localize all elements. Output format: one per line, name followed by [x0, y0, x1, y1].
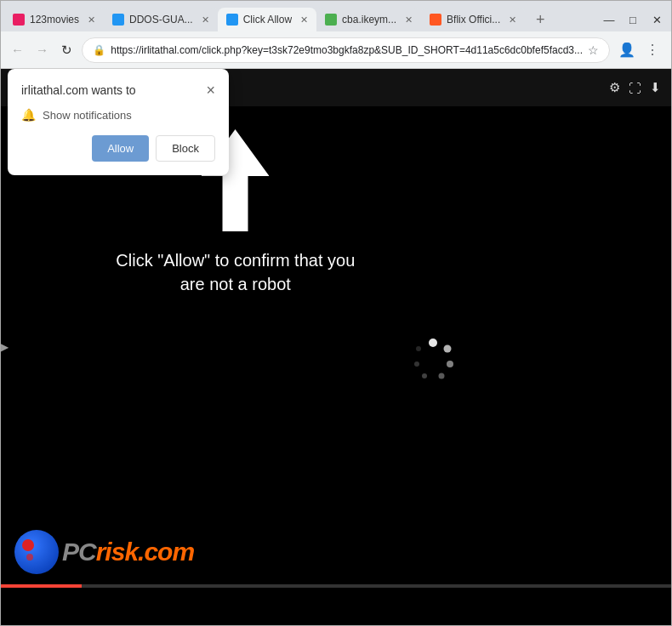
tab-cba[interactable]: cba.ikeym... ✕	[316, 8, 421, 31]
svg-point-7	[416, 346, 421, 351]
tab-ddos[interactable]: DDOS-GUA... ✕	[104, 8, 218, 31]
address-bar: ← → ↻ 🔒 https://irlitathal.com/click.php…	[1, 31, 671, 69]
svg-point-2	[443, 344, 451, 352]
tab-favicon-1	[13, 14, 25, 26]
tab-bflix[interactable]: Bflix Offici... ✕	[421, 8, 525, 31]
tab-bar: 123movies ✕ DDOS-GUA... ✕ Click Allow ✕ …	[1, 1, 671, 31]
allow-button[interactable]: Allow	[92, 135, 149, 162]
popup-header: irlitathal.com wants to ×	[21, 83, 215, 98]
maximize-button[interactable]: □	[622, 11, 644, 28]
tab-favicon-3	[226, 14, 238, 26]
download-icon[interactable]: ⬇	[650, 80, 661, 95]
watermark-logo	[14, 530, 59, 574]
forward-button[interactable]: →	[32, 38, 52, 62]
reload-button[interactable]: ↻	[57, 38, 77, 62]
watermark-risk: risk.com	[96, 538, 194, 566]
settings-icon[interactable]: ⚙	[609, 80, 620, 95]
lock-icon: 🔒	[93, 44, 105, 56]
watermark-pc: PC	[62, 538, 96, 566]
tab-label-4: cba.ikeym...	[342, 14, 396, 26]
tab-label-3: Click Allow	[243, 14, 292, 26]
tab-label-5: Bflix Offici...	[447, 14, 500, 26]
controls-right: ⚙ ⛶ ⬇	[609, 80, 661, 95]
tab-123movies[interactable]: 123movies ✕	[4, 8, 104, 31]
watermark-text-group: PC risk.com	[62, 538, 194, 566]
left-edge-arrow: ▶	[1, 341, 9, 353]
fullscreen-icon[interactable]: ⛶	[629, 81, 641, 95]
popup-title: irlitathal.com wants to	[21, 83, 136, 97]
tab-favicon-4	[325, 14, 337, 26]
popup-notification-label: Show notifications	[43, 109, 132, 122]
popup-notification-row: 🔔 Show notifications	[21, 108, 215, 122]
browser-window: 123movies ✕ DDOS-GUA... ✕ Click Allow ✕ …	[0, 0, 672, 626]
tab-click-allow[interactable]: Click Allow ✕	[218, 8, 316, 31]
tab-label-1: 123movies	[30, 14, 79, 26]
spinner	[410, 336, 457, 386]
tab-label-2: DDOS-GUA...	[129, 14, 193, 26]
popup-buttons: Allow Block	[21, 135, 215, 162]
tab-close-5[interactable]: ✕	[509, 14, 516, 26]
tab-close-3[interactable]: ✕	[300, 14, 308, 26]
video-progress-bar[interactable]	[1, 584, 671, 588]
bookmark-icon[interactable]: ☆	[588, 43, 599, 57]
menu-icon[interactable]: ⋮	[641, 38, 664, 62]
minimize-button[interactable]: —	[598, 11, 620, 28]
svg-point-6	[414, 361, 419, 367]
browser-content: irlitathal.com wants to × 🔔 Show notific…	[1, 69, 671, 625]
notification-popup: irlitathal.com wants to × 🔔 Show notific…	[8, 69, 229, 175]
bell-icon: 🔔	[21, 108, 36, 122]
svg-point-1	[429, 339, 437, 347]
popup-close-button[interactable]: ×	[206, 83, 215, 98]
svg-point-4	[438, 373, 444, 378]
video-progress-fill	[1, 584, 82, 588]
profile-icon[interactable]: 👤	[615, 38, 639, 62]
tab-close-4[interactable]: ✕	[405, 14, 413, 26]
window-controls: — □ ✕	[598, 11, 668, 31]
watermark: PC risk.com	[14, 530, 194, 574]
tab-favicon-5	[430, 14, 441, 26]
block-button[interactable]: Block	[156, 135, 215, 162]
address-bar-actions: 👤 ⋮	[615, 38, 664, 62]
svg-point-5	[422, 373, 427, 378]
close-button[interactable]: ✕	[646, 11, 668, 28]
back-button[interactable]: ←	[8, 38, 27, 62]
tab-close-2[interactable]: ✕	[202, 14, 209, 26]
svg-point-3	[447, 361, 453, 367]
url-bar[interactable]: 🔒 https://irlitathal.com/click.php?key=t…	[82, 37, 610, 63]
instruction-text: Click "Allow" to confirm that youare not…	[116, 248, 355, 296]
new-tab-button[interactable]: +	[528, 8, 552, 31]
tab-close-1[interactable]: ✕	[88, 14, 95, 26]
url-text: https://irlitathal.com/click.php?key=t3s…	[111, 44, 583, 56]
tab-favicon-2	[112, 14, 124, 26]
